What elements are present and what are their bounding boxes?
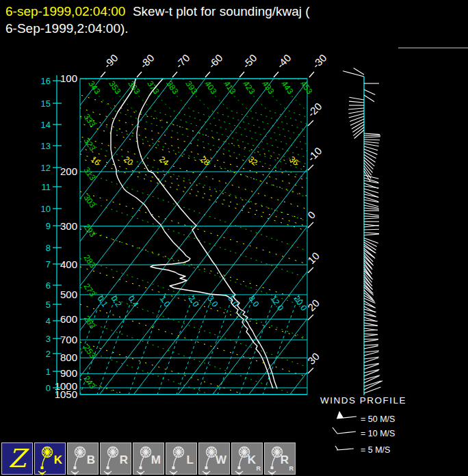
svg-text:-40: -40 <box>274 52 293 70</box>
svg-text:20.0: 20.0 <box>292 294 309 313</box>
svg-text:433: 433 <box>261 79 276 96</box>
toolbar-button-kr[interactable]: KR <box>231 442 263 475</box>
svg-text:453: 453 <box>299 79 315 96</box>
mixing-ratio-labels: 0.10.20.41.02.03.05.08.012.020.0 <box>96 294 309 313</box>
svg-text:403: 403 <box>203 79 219 96</box>
button-letter: R <box>120 453 128 467</box>
button-letter: B <box>87 453 95 467</box>
svg-text:-80: -80 <box>138 52 156 70</box>
svg-text:6: 6 <box>46 280 51 291</box>
svg-text:363: 363 <box>127 79 142 96</box>
svg-text:900: 900 <box>60 367 77 379</box>
button-letter: L <box>187 453 194 467</box>
toolbar-button-k[interactable]: K <box>34 442 66 475</box>
svg-text:-10: -10 <box>305 145 324 163</box>
flag-50ms-icon <box>337 411 343 419</box>
svg-text:0.4: 0.4 <box>127 294 141 309</box>
toolbar-button-w[interactable]: W <box>198 442 230 475</box>
svg-text:313: 313 <box>82 166 98 183</box>
toolbar-button-rr[interactable]: RR <box>264 442 296 475</box>
svg-text:14: 14 <box>41 120 51 130</box>
svg-text:30: 30 <box>305 350 322 367</box>
legend-item-10: = 10 M/S <box>361 429 395 438</box>
svg-text:383: 383 <box>165 79 181 96</box>
svg-text:8.0: 8.0 <box>247 294 261 309</box>
svg-text:393: 393 <box>184 79 200 96</box>
svg-text:2: 2 <box>46 349 51 359</box>
svg-text:9: 9 <box>46 221 51 231</box>
isotherm-top-labels: -90-80-70-60-50-40-30 <box>101 52 328 77</box>
temperature-trace <box>137 79 277 388</box>
z-logo: Z <box>2 443 32 474</box>
svg-text:8: 8 <box>46 243 51 253</box>
svg-text:-70: -70 <box>173 52 192 70</box>
svg-text:300: 300 <box>60 220 77 232</box>
svg-text:12: 12 <box>41 163 51 173</box>
svg-text:353: 353 <box>107 79 123 96</box>
svg-text:333: 333 <box>82 112 98 129</box>
svg-text:243: 243 <box>82 374 98 391</box>
svg-text:400: 400 <box>60 259 77 270</box>
svg-text:1.0: 1.0 <box>158 294 172 309</box>
button-letter: M <box>151 453 161 467</box>
toolbar-button-r[interactable]: R <box>100 442 131 475</box>
svg-text:413: 413 <box>222 79 238 96</box>
wind-legend-title: WINDS PROFILE <box>320 395 406 406</box>
toolbar: ZKBRMLWKRRR <box>1 442 296 475</box>
svg-text:3: 3 <box>46 334 51 344</box>
svg-text:-30: -30 <box>310 52 328 70</box>
isotherm-right-labels: -20-100102030 <box>305 101 324 373</box>
svg-text:0.1: 0.1 <box>96 294 110 309</box>
legend-item-50: = 50 M/S <box>361 414 395 424</box>
svg-text:100: 100 <box>60 72 77 84</box>
svg-text:13: 13 <box>41 141 51 151</box>
svg-text:5: 5 <box>46 300 51 310</box>
svg-text:273: 273 <box>82 282 98 299</box>
svg-text:4: 4 <box>46 316 51 326</box>
svg-text:373: 373 <box>146 79 161 96</box>
svg-text:200: 200 <box>60 166 77 177</box>
svg-text:303: 303 <box>82 193 98 210</box>
svg-text:-50: -50 <box>240 52 259 70</box>
toolbar-button-m[interactable]: M <box>133 442 164 475</box>
button-letter: K <box>54 453 62 467</box>
svg-text:500: 500 <box>60 289 77 300</box>
svg-text:16: 16 <box>41 76 51 86</box>
height-axis: 161514131211109876543210 <box>41 75 62 395</box>
svg-text:-20: -20 <box>305 101 324 119</box>
dewpoint-trace <box>111 79 273 388</box>
moist-adiabat-lines <box>0 79 468 476</box>
button-letter: K <box>248 453 256 467</box>
mixing-ratio-lines <box>66 295 299 395</box>
skewt-plot-canvas: 1002003004005006007008009001000105016151… <box>0 0 468 476</box>
svg-text:253: 253 <box>82 343 98 360</box>
svg-text:283: 283 <box>82 253 98 270</box>
svg-text:7: 7 <box>46 259 51 269</box>
svg-text:700: 700 <box>60 334 77 345</box>
svg-text:0: 0 <box>46 383 51 393</box>
svg-text:800: 800 <box>60 352 77 363</box>
svg-text:10: 10 <box>41 204 51 214</box>
toolbar-button-b[interactable]: B <box>67 442 99 475</box>
toolbar-button-l[interactable]: L <box>166 442 197 475</box>
app-window: 6-sep-1999,02:04:00 Skew-t plot for soun… <box>0 0 468 476</box>
svg-text:0.2: 0.2 <box>109 294 124 309</box>
wind-legend: WINDS PROFILE= 50 M/S= 10 M/S= 5 M/S <box>320 395 406 455</box>
moist-adiabat-labels: 162024283236 <box>89 155 300 168</box>
toolbar-button-z-logo[interactable]: Z <box>1 442 33 475</box>
svg-text:423: 423 <box>242 79 257 96</box>
balloon-sonde-icon <box>168 445 188 475</box>
svg-text:323: 323 <box>82 136 98 153</box>
button-letter-subscript: R <box>289 465 294 472</box>
svg-text:20: 20 <box>122 155 135 168</box>
svg-text:15: 15 <box>41 98 51 109</box>
legend-item-5: = 5 M/S <box>361 445 390 455</box>
svg-text:16: 16 <box>89 155 102 168</box>
svg-text:600: 600 <box>60 313 77 325</box>
svg-text:2.0: 2.0 <box>187 294 201 309</box>
button-letter-subscript: R <box>257 465 261 472</box>
svg-text:24: 24 <box>157 155 170 168</box>
svg-text:12.0: 12.0 <box>269 294 286 313</box>
svg-text:443: 443 <box>280 79 296 96</box>
dry-adiabat-labels: 3433533633733833934034134234334434533333… <box>82 79 315 391</box>
